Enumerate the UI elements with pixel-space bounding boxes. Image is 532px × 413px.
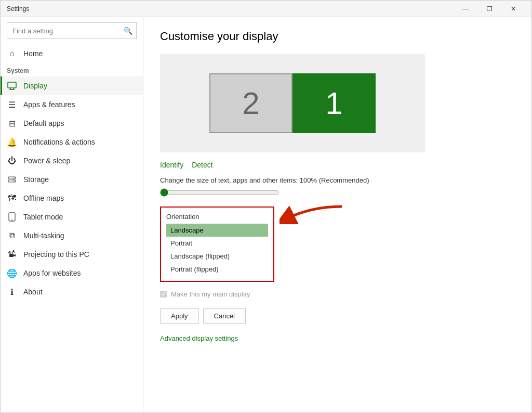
sidebar-item-storage-label: Storage: [23, 175, 49, 184]
monitor-1-number: 1: [325, 85, 342, 121]
tablet-mode-icon: [7, 212, 17, 222]
projecting-icon: 📽: [7, 249, 17, 260]
orientation-option-portrait[interactable]: Portrait: [166, 237, 268, 250]
sidebar-item-power-label: Power & sleep: [23, 157, 70, 165]
main-content: Customise your display 2 1 Identify Dete…: [143, 17, 531, 412]
storage-icon: [7, 174, 17, 185]
svg-point-9: [11, 220, 12, 221]
sidebar-item-notifications-label: Notifications & actions: [23, 138, 95, 146]
apps-features-icon: ☰: [7, 99, 17, 110]
monitor-1[interactable]: 1: [292, 73, 376, 133]
display-preview: 2 1: [160, 54, 425, 152]
sidebar-item-display-label: Display: [23, 82, 47, 90]
orientation-label: Orientation: [166, 213, 268, 221]
window-controls: — ❐ ✕: [454, 1, 525, 17]
svg-point-6: [14, 177, 15, 178]
sidebar-item-storage[interactable]: Storage: [1, 170, 143, 189]
svg-point-7: [14, 180, 15, 182]
titlebar: Settings — ❐ ✕: [1, 1, 531, 17]
main-display-checkbox[interactable]: [160, 291, 167, 298]
search-box: 🔍: [7, 22, 137, 39]
sidebar-item-apps-websites[interactable]: 🌐 Apps for websites: [1, 264, 143, 282]
sidebar-item-home[interactable]: ⌂ Home: [1, 44, 143, 63]
close-button[interactable]: ✕: [501, 1, 525, 17]
svg-rect-0: [8, 82, 16, 88]
sidebar-item-default-apps-label: Default apps: [23, 119, 64, 127]
home-icon: ⌂: [7, 48, 17, 59]
sidebar-item-apps-websites-label: Apps for websites: [23, 269, 81, 277]
sidebar-item-display[interactable]: Display: [1, 76, 143, 95]
sidebar-item-notifications[interactable]: 🔔 Notifications & actions: [1, 133, 143, 151]
sidebar-item-offline-maps[interactable]: 🗺 Offline maps: [1, 189, 143, 208]
sidebar: 🔍 ⌂ Home System Display: [1, 17, 143, 412]
sidebar-item-default-apps[interactable]: ⊟ Default apps: [1, 114, 143, 133]
identify-button[interactable]: Identify: [160, 161, 183, 169]
sidebar-item-offline-maps-label: Offline maps: [23, 194, 64, 202]
settings-window: Settings — ❐ ✕ 🔍 ⌂ Home System: [0, 0, 532, 413]
search-icon: 🔍: [124, 27, 132, 35]
orientation-dropdown: Orientation Landscape Portrait Landscape…: [160, 206, 274, 282]
monitor-2[interactable]: 2: [209, 73, 292, 133]
sidebar-item-home-label: Home: [23, 49, 43, 58]
sidebar-item-about-label: About: [23, 288, 43, 296]
detect-button[interactable]: Detect: [192, 161, 212, 169]
window-title: Settings: [7, 5, 29, 12]
search-input[interactable]: [7, 22, 137, 39]
advanced-display-link[interactable]: Advanced display settings: [160, 334, 238, 342]
about-icon: ℹ: [7, 287, 17, 297]
orientation-option-portrait-flipped[interactable]: Portrait (flipped): [166, 263, 268, 276]
sidebar-item-projecting[interactable]: 📽 Projecting to this PC: [1, 245, 143, 264]
sidebar-item-projecting-label: Projecting to this PC: [23, 250, 89, 259]
sidebar-system-label: System: [1, 63, 143, 76]
display-actions: Identify Detect: [160, 161, 515, 169]
apps-websites-icon: 🌐: [7, 268, 17, 278]
sidebar-item-tablet-mode-label: Tablet mode: [23, 213, 63, 221]
content-area: 🔍 ⌂ Home System Display: [1, 17, 531, 412]
multitasking-icon: ⧉: [7, 230, 17, 241]
main-display-label: Make this my main display: [171, 290, 250, 298]
scale-label: Change the size of text, apps and other …: [160, 176, 515, 184]
sidebar-item-apps-features-label: Apps & features: [23, 100, 75, 109]
scale-slider-container: [160, 188, 515, 198]
sidebar-item-apps-features[interactable]: ☰ Apps & features: [1, 95, 143, 114]
notifications-icon: 🔔: [7, 137, 17, 147]
apply-button[interactable]: Apply: [160, 308, 199, 324]
sidebar-item-about[interactable]: ℹ About: [1, 282, 143, 301]
orientation-option-landscape-flipped[interactable]: Landscape (flipped): [166, 250, 268, 263]
display-icon: [7, 81, 17, 91]
main-display-row: Make this my main display: [160, 290, 515, 298]
sidebar-item-tablet-mode[interactable]: Tablet mode: [1, 208, 143, 226]
page-title: Customise your display: [160, 30, 515, 43]
maximize-button[interactable]: ❐: [477, 1, 501, 17]
power-icon: ⏻: [7, 156, 17, 166]
cancel-button[interactable]: Cancel: [203, 308, 246, 324]
sidebar-item-multitasking-label: Multi-tasking: [23, 231, 64, 240]
red-arrow: [280, 201, 347, 238]
button-row: Apply Cancel: [160, 308, 515, 324]
monitor-2-number: 2: [242, 85, 259, 121]
scale-slider[interactable]: [160, 188, 280, 197]
offline-maps-icon: 🗺: [7, 193, 17, 203]
sidebar-item-multitasking[interactable]: ⧉ Multi-tasking: [1, 226, 143, 245]
sidebar-item-power[interactable]: ⏻ Power & sleep: [1, 151, 143, 170]
default-apps-icon: ⊟: [7, 118, 17, 128]
minimize-button[interactable]: —: [454, 1, 477, 17]
orientation-option-landscape[interactable]: Landscape: [166, 224, 268, 237]
